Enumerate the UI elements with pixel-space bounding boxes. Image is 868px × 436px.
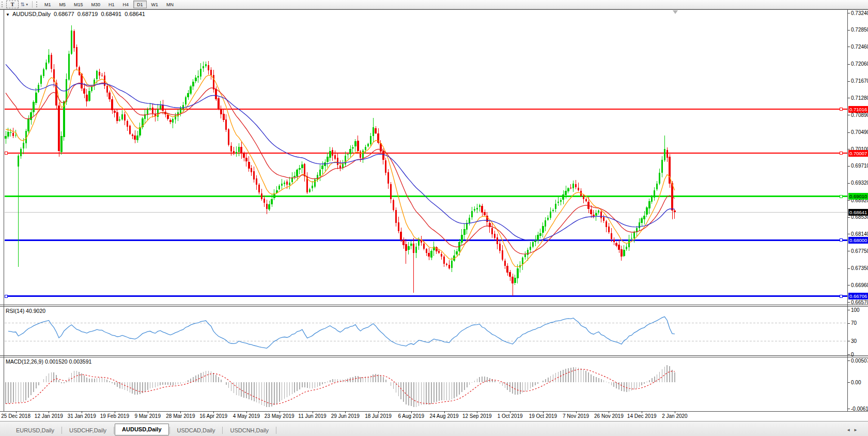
timeframe-button-m15[interactable]: M15 [70,1,87,8]
price-axis-label: 0.70490 [851,129,868,135]
axis-tick [848,409,850,409]
date-axis-label: 7 Nov 2019 [563,413,589,419]
axis-tick [848,217,850,218]
macd-label: MACD(12,26,9) 0.001520 0.003591 [6,358,91,365]
date-axis-label: 25 Dec 2018 [1,413,30,419]
tile-windows-button[interactable]: ⇅ ▼ [19,1,30,8]
tab-divider [114,427,114,434]
rsi-axis-label: 0 [851,352,854,357]
date-axis-label: 4 May 2019 [233,413,260,419]
tab-usdcnh-daily[interactable]: USDCNH,Daily [223,425,275,435]
axis-tick [848,13,850,13]
rsi-axis-label: 70 [851,320,857,326]
price-axis-label: 0.67750 [851,248,868,254]
axis-tick [848,268,850,269]
date-axis-label: 9 Mar 2019 [134,413,161,419]
hline-price-label: 0.71016 [848,106,868,113]
axis-tick [848,234,850,234]
timeframe-button-h1[interactable]: H1 [105,1,118,8]
rsi-axis-label: 30 [851,338,857,344]
tab-usdcad-daily[interactable]: USDCAD,Daily [171,425,222,435]
date-axis-label: 11 Jun 2019 [298,413,326,419]
date-axis-label: 31 Jan 2019 [68,413,96,419]
price-chart-canvas[interactable] [4,10,847,305]
axis-tick [848,115,850,115]
tab-divider [222,427,223,434]
date-axis-label: 12 Sep 2019 [462,413,492,419]
price-axis-label: 0.69710 [851,163,868,169]
rsi-indicator-canvas[interactable] [4,307,847,355]
tab-eurusd-daily[interactable]: EURUSD,Daily [9,425,61,435]
price-axis-label: 0.68140 [851,231,868,237]
price-axis-label: 0.71670 [851,78,868,84]
timeframe-button-d1[interactable]: D1 [133,1,147,8]
rsi-panel-bottom-border [0,355,868,356]
rsi-value: 40.9020 [26,308,45,314]
hline-price-label: 0.66706 [848,293,868,299]
macd-signal-value: 0.003591 [69,358,92,365]
axis-tick [848,98,850,98]
axis-tick [848,302,850,303]
price-axis-label: 0.72460 [851,44,868,50]
timeframe-button-group: M1M5M15M30H1H4D1W1MN [40,1,178,8]
toolbar-separator [32,1,33,8]
timeframe-button-mn[interactable]: MN [163,1,177,8]
macd-axis-label: 0.00 [851,380,861,385]
axis-tick [848,310,850,310]
axis-tick [848,354,850,355]
date-axis-label: 2 Jan 2020 [662,413,688,419]
date-axis-label: 14 Dec 2019 [627,413,657,419]
timeframe-button-w1[interactable]: W1 [148,1,162,8]
tab-audusd-daily[interactable]: AUDUSD,Daily [115,424,168,435]
timeframe-button-m5[interactable]: M5 [56,1,70,8]
hline-price-label: 0.70007 [848,150,868,157]
rsi-label: RSI(14) 40.9020 [6,308,45,314]
axis-tick [848,132,850,133]
price-axis-label: 0.72850 [851,27,868,33]
macd-panel-bottom-border [0,411,868,412]
tab-scroll-arrows: ◄► [846,428,861,432]
date-axis-label: 28 Mar 2019 [166,413,195,419]
price-axis-label: 0.66570 [851,299,868,305]
price-axis-label: 0.73240 [851,10,868,16]
axis-tick [848,64,850,65]
date-axis-label: 26 Nov 2019 [594,413,624,419]
macd-axis-label: 0.005076 [851,358,868,364]
date-axis-label: 29 Jun 2019 [331,413,360,419]
axis-tick [848,30,850,31]
toolbar-grip[interactable] [2,2,4,7]
mt4-terminal: T ⇅ ▼ M1M5M15M30H1H4D1W1MN ▼AUDUSD,Daily… [0,0,868,436]
date-axis-label: 16 Apr 2019 [199,413,227,419]
axis-tick [848,200,850,201]
chart-window[interactable]: ▼AUDUSD,Daily0.686770.687190.684910.6864… [0,9,868,421]
axis-tick [848,166,850,167]
price-axis-label: 0.71280 [851,95,868,101]
date-axis-label: 12 Jan 2019 [35,413,63,419]
toolbar: T ⇅ ▼ M1M5M15M30H1H4D1W1MN [0,0,868,9]
timeframe-button-m1[interactable]: M1 [41,1,55,8]
macd-main-value: 0.001520 [45,358,68,365]
chevron-down-icon: ▼ [25,3,28,6]
hline-price-label: 0.69010 [848,193,868,200]
timeframe-button-m30[interactable]: M30 [88,1,104,8]
price-axis-label: 0.66960 [851,282,868,288]
axis-tick [848,183,850,184]
macd-indicator-canvas[interactable] [4,357,847,411]
tab-divider [61,427,62,434]
date-axis-label: 19 Oct 2019 [529,413,557,419]
date-axis-label: 19 Feb 2019 [100,413,129,419]
axis-tick [848,251,850,251]
date-axis-label: 24 Aug 2019 [430,413,459,419]
tab-divider [169,427,170,434]
scroll-right-icon[interactable]: ► [854,428,861,432]
axis-tick [848,382,850,383]
main-panel-bottom-border [0,305,868,305]
date-axis-label: 1 Oct 2019 [498,413,523,419]
double-arrow-icon: ⇅ [21,2,24,7]
text-tool-button[interactable]: T [6,1,19,8]
toolbar-grip[interactable] [36,2,39,7]
tab-usdchf-daily[interactable]: USDCHF,Daily [63,425,113,435]
timeframe-button-h4[interactable]: H4 [119,1,133,8]
axis-tick [848,323,850,324]
scroll-left-icon[interactable]: ◄ [846,428,854,432]
